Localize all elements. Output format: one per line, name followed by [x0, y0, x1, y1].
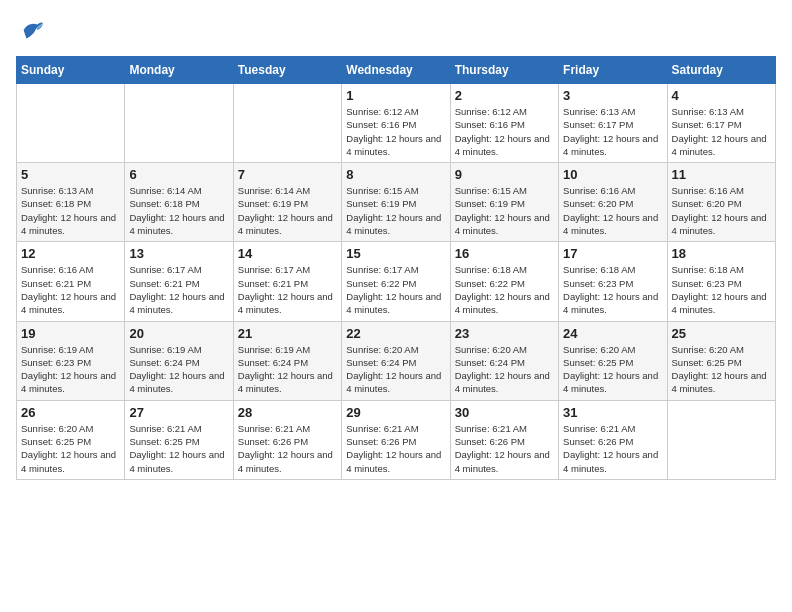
day-info: Sunrise: 6:18 AM Sunset: 6:23 PM Dayligh… — [672, 263, 771, 316]
day-number: 4 — [672, 88, 771, 103]
calendar-cell: 16Sunrise: 6:18 AM Sunset: 6:22 PM Dayli… — [450, 242, 558, 321]
calendar-cell: 5Sunrise: 6:13 AM Sunset: 6:18 PM Daylig… — [17, 163, 125, 242]
day-number: 22 — [346, 326, 445, 341]
calendar-cell: 24Sunrise: 6:20 AM Sunset: 6:25 PM Dayli… — [559, 321, 667, 400]
day-of-week-header: Thursday — [450, 57, 558, 84]
day-of-week-header: Sunday — [17, 57, 125, 84]
day-of-week-header: Friday — [559, 57, 667, 84]
day-number: 29 — [346, 405, 445, 420]
calendar-cell: 11Sunrise: 6:16 AM Sunset: 6:20 PM Dayli… — [667, 163, 775, 242]
calendar-cell: 4Sunrise: 6:13 AM Sunset: 6:17 PM Daylig… — [667, 84, 775, 163]
calendar-cell — [17, 84, 125, 163]
day-info: Sunrise: 6:19 AM Sunset: 6:24 PM Dayligh… — [129, 343, 228, 396]
calendar-cell — [233, 84, 341, 163]
calendar-cell: 30Sunrise: 6:21 AM Sunset: 6:26 PM Dayli… — [450, 400, 558, 479]
day-number: 6 — [129, 167, 228, 182]
calendar-cell: 23Sunrise: 6:20 AM Sunset: 6:24 PM Dayli… — [450, 321, 558, 400]
calendar-cell: 6Sunrise: 6:14 AM Sunset: 6:18 PM Daylig… — [125, 163, 233, 242]
day-number: 27 — [129, 405, 228, 420]
day-info: Sunrise: 6:21 AM Sunset: 6:26 PM Dayligh… — [346, 422, 445, 475]
calendar-cell: 8Sunrise: 6:15 AM Sunset: 6:19 PM Daylig… — [342, 163, 450, 242]
calendar-cell: 18Sunrise: 6:18 AM Sunset: 6:23 PM Dayli… — [667, 242, 775, 321]
day-info: Sunrise: 6:21 AM Sunset: 6:25 PM Dayligh… — [129, 422, 228, 475]
day-number: 16 — [455, 246, 554, 261]
day-info: Sunrise: 6:20 AM Sunset: 6:25 PM Dayligh… — [672, 343, 771, 396]
calendar-cell: 3Sunrise: 6:13 AM Sunset: 6:17 PM Daylig… — [559, 84, 667, 163]
day-number: 7 — [238, 167, 337, 182]
day-info: Sunrise: 6:21 AM Sunset: 6:26 PM Dayligh… — [563, 422, 662, 475]
day-info: Sunrise: 6:20 AM Sunset: 6:24 PM Dayligh… — [346, 343, 445, 396]
page-header — [16, 16, 776, 44]
calendar-week-row: 19Sunrise: 6:19 AM Sunset: 6:23 PM Dayli… — [17, 321, 776, 400]
day-info: Sunrise: 6:17 AM Sunset: 6:21 PM Dayligh… — [129, 263, 228, 316]
calendar-cell: 13Sunrise: 6:17 AM Sunset: 6:21 PM Dayli… — [125, 242, 233, 321]
day-info: Sunrise: 6:15 AM Sunset: 6:19 PM Dayligh… — [346, 184, 445, 237]
calendar-week-row: 26Sunrise: 6:20 AM Sunset: 6:25 PM Dayli… — [17, 400, 776, 479]
day-number: 23 — [455, 326, 554, 341]
day-number: 13 — [129, 246, 228, 261]
day-number: 26 — [21, 405, 120, 420]
calendar-header-row: SundayMondayTuesdayWednesdayThursdayFrid… — [17, 57, 776, 84]
day-of-week-header: Monday — [125, 57, 233, 84]
day-number: 14 — [238, 246, 337, 261]
calendar-cell: 28Sunrise: 6:21 AM Sunset: 6:26 PM Dayli… — [233, 400, 341, 479]
day-info: Sunrise: 6:13 AM Sunset: 6:17 PM Dayligh… — [563, 105, 662, 158]
calendar-week-row: 1Sunrise: 6:12 AM Sunset: 6:16 PM Daylig… — [17, 84, 776, 163]
day-info: Sunrise: 6:18 AM Sunset: 6:23 PM Dayligh… — [563, 263, 662, 316]
day-info: Sunrise: 6:13 AM Sunset: 6:17 PM Dayligh… — [672, 105, 771, 158]
calendar-cell: 25Sunrise: 6:20 AM Sunset: 6:25 PM Dayli… — [667, 321, 775, 400]
day-number: 24 — [563, 326, 662, 341]
day-info: Sunrise: 6:14 AM Sunset: 6:19 PM Dayligh… — [238, 184, 337, 237]
logo-bird-icon — [18, 16, 46, 44]
day-number: 17 — [563, 246, 662, 261]
day-number: 10 — [563, 167, 662, 182]
calendar-cell: 20Sunrise: 6:19 AM Sunset: 6:24 PM Dayli… — [125, 321, 233, 400]
calendar-cell: 2Sunrise: 6:12 AM Sunset: 6:16 PM Daylig… — [450, 84, 558, 163]
calendar-cell: 14Sunrise: 6:17 AM Sunset: 6:21 PM Dayli… — [233, 242, 341, 321]
day-number: 11 — [672, 167, 771, 182]
calendar-cell: 1Sunrise: 6:12 AM Sunset: 6:16 PM Daylig… — [342, 84, 450, 163]
day-info: Sunrise: 6:15 AM Sunset: 6:19 PM Dayligh… — [455, 184, 554, 237]
day-number: 31 — [563, 405, 662, 420]
calendar-cell: 31Sunrise: 6:21 AM Sunset: 6:26 PM Dayli… — [559, 400, 667, 479]
day-info: Sunrise: 6:12 AM Sunset: 6:16 PM Dayligh… — [455, 105, 554, 158]
day-number: 15 — [346, 246, 445, 261]
day-number: 30 — [455, 405, 554, 420]
day-info: Sunrise: 6:16 AM Sunset: 6:20 PM Dayligh… — [563, 184, 662, 237]
calendar-cell: 21Sunrise: 6:19 AM Sunset: 6:24 PM Dayli… — [233, 321, 341, 400]
calendar-week-row: 12Sunrise: 6:16 AM Sunset: 6:21 PM Dayli… — [17, 242, 776, 321]
day-info: Sunrise: 6:12 AM Sunset: 6:16 PM Dayligh… — [346, 105, 445, 158]
day-info: Sunrise: 6:18 AM Sunset: 6:22 PM Dayligh… — [455, 263, 554, 316]
calendar-week-row: 5Sunrise: 6:13 AM Sunset: 6:18 PM Daylig… — [17, 163, 776, 242]
day-number: 8 — [346, 167, 445, 182]
day-number: 9 — [455, 167, 554, 182]
calendar-cell: 9Sunrise: 6:15 AM Sunset: 6:19 PM Daylig… — [450, 163, 558, 242]
day-of-week-header: Wednesday — [342, 57, 450, 84]
day-number: 2 — [455, 88, 554, 103]
calendar-cell: 15Sunrise: 6:17 AM Sunset: 6:22 PM Dayli… — [342, 242, 450, 321]
calendar-cell — [667, 400, 775, 479]
day-number: 28 — [238, 405, 337, 420]
day-info: Sunrise: 6:21 AM Sunset: 6:26 PM Dayligh… — [455, 422, 554, 475]
day-info: Sunrise: 6:14 AM Sunset: 6:18 PM Dayligh… — [129, 184, 228, 237]
logo — [16, 16, 46, 44]
calendar-cell: 12Sunrise: 6:16 AM Sunset: 6:21 PM Dayli… — [17, 242, 125, 321]
day-number: 12 — [21, 246, 120, 261]
day-info: Sunrise: 6:13 AM Sunset: 6:18 PM Dayligh… — [21, 184, 120, 237]
day-info: Sunrise: 6:16 AM Sunset: 6:21 PM Dayligh… — [21, 263, 120, 316]
day-info: Sunrise: 6:17 AM Sunset: 6:22 PM Dayligh… — [346, 263, 445, 316]
day-info: Sunrise: 6:17 AM Sunset: 6:21 PM Dayligh… — [238, 263, 337, 316]
day-info: Sunrise: 6:20 AM Sunset: 6:24 PM Dayligh… — [455, 343, 554, 396]
day-number: 3 — [563, 88, 662, 103]
calendar-cell: 10Sunrise: 6:16 AM Sunset: 6:20 PM Dayli… — [559, 163, 667, 242]
calendar-cell: 19Sunrise: 6:19 AM Sunset: 6:23 PM Dayli… — [17, 321, 125, 400]
day-number: 21 — [238, 326, 337, 341]
day-of-week-header: Saturday — [667, 57, 775, 84]
calendar-cell: 22Sunrise: 6:20 AM Sunset: 6:24 PM Dayli… — [342, 321, 450, 400]
calendar-table: SundayMondayTuesdayWednesdayThursdayFrid… — [16, 56, 776, 480]
day-number: 20 — [129, 326, 228, 341]
day-number: 5 — [21, 167, 120, 182]
day-info: Sunrise: 6:19 AM Sunset: 6:24 PM Dayligh… — [238, 343, 337, 396]
day-number: 25 — [672, 326, 771, 341]
day-info: Sunrise: 6:21 AM Sunset: 6:26 PM Dayligh… — [238, 422, 337, 475]
